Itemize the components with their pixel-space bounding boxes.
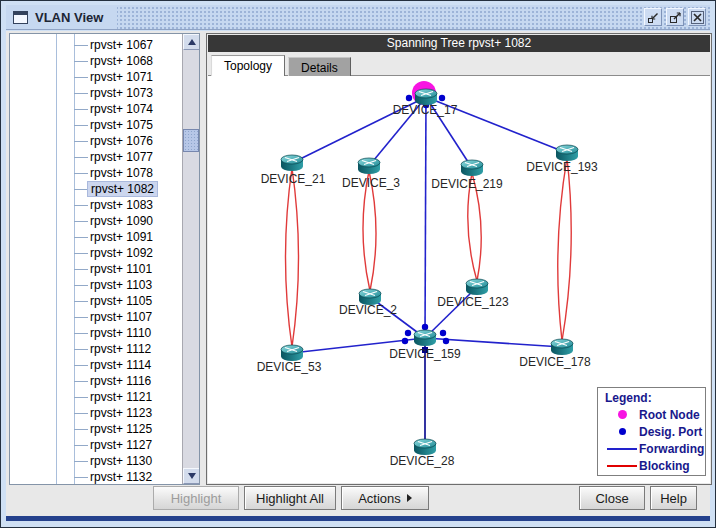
tree-item-rpvst-1127[interactable]: rpvst+ 1127	[10, 437, 182, 453]
scrollbar-thumb[interactable]	[183, 129, 199, 152]
tree-item-rpvst-1068[interactable]: rpvst+ 1068	[10, 53, 182, 69]
tree-item-label: rpvst+ 1078	[87, 165, 156, 181]
tree-item-rpvst-1071[interactable]: rpvst+ 1071	[10, 69, 182, 85]
device-device_3[interactable]: DEVICE_3	[342, 158, 400, 190]
help-button[interactable]: Help	[650, 486, 697, 510]
tree-item-rpvst-1091[interactable]: rpvst+ 1091	[10, 229, 182, 245]
tree-item-rpvst-1075[interactable]: rpvst+ 1075	[10, 117, 182, 133]
device-label: DEVICE_3	[342, 176, 400, 190]
device-label: DEVICE_28	[390, 454, 455, 468]
tree-item-rpvst-1076[interactable]: rpvst+ 1076	[10, 133, 182, 149]
device-device_159[interactable]: DEVICE_159	[389, 330, 461, 361]
tree-item-label: rpvst+ 1127	[87, 437, 155, 453]
tree-item-rpvst-1114[interactable]: rpvst+ 1114	[10, 357, 182, 373]
tree-item-rpvst-1130[interactable]: rpvst+ 1130	[10, 453, 182, 469]
tree-item-rpvst-1092[interactable]: rpvst+ 1092	[10, 245, 182, 261]
tree-item-rpvst-1116[interactable]: rpvst+ 1116	[10, 373, 182, 389]
tree-connector	[74, 349, 88, 350]
highlight-button[interactable]: Highlight	[153, 486, 239, 510]
tab-topology[interactable]: Topology	[211, 55, 285, 76]
tree-connector	[74, 381, 88, 382]
legend-item: Root Node	[605, 406, 705, 423]
tree-scrollbar[interactable]	[182, 34, 199, 484]
device-device_53[interactable]: DEVICE_53	[257, 345, 322, 374]
button-label: Highlight All	[256, 491, 324, 506]
designated-port-dot	[405, 330, 411, 336]
tree-item-rpvst-1090[interactable]: rpvst+ 1090	[10, 213, 182, 229]
spanning-tree-panel: Spanning Tree rpvst+ 1082 TopologyDetail…	[206, 33, 712, 485]
minimize-icon	[647, 11, 660, 24]
legend-title: Legend:	[605, 391, 705, 405]
tree-item-label: rpvst+ 1071	[87, 69, 156, 85]
tree-item-rpvst-1110[interactable]: rpvst+ 1110	[10, 325, 182, 341]
tree-item-rpvst-1121[interactable]: rpvst+ 1121	[10, 389, 182, 405]
maximize-button[interactable]	[666, 8, 684, 26]
tree-connector	[74, 93, 88, 94]
designated-port-dot	[439, 95, 445, 101]
tree-item-rpvst-1082[interactable]: rpvst+ 1082	[10, 181, 182, 197]
tree-item-rpvst-1074[interactable]: rpvst+ 1074	[10, 101, 182, 117]
tree-item-rpvst-1077[interactable]: rpvst+ 1077	[10, 149, 182, 165]
tree-list: rpvst+ 1067rpvst+ 1068rpvst+ 1071rpvst+ …	[10, 37, 182, 484]
tab-details[interactable]: Details	[288, 57, 351, 76]
menu-arrow-icon	[407, 494, 412, 502]
tree-connector	[74, 157, 88, 158]
tree-item-rpvst-1125[interactable]: rpvst+ 1125	[10, 421, 182, 437]
scroll-up-button[interactable]	[183, 34, 199, 50]
tree-item-rpvst-1073[interactable]: rpvst+ 1073	[10, 85, 182, 101]
arrow-down-icon	[188, 473, 196, 479]
minimize-button[interactable]	[644, 8, 662, 26]
device-device_193[interactable]: DEVICE_193	[526, 145, 598, 174]
designated-port-dot	[443, 338, 449, 344]
highlight-all-button[interactable]: Highlight All	[244, 486, 336, 510]
tree-connector	[74, 125, 88, 126]
device-device_178[interactable]: DEVICE_178	[519, 339, 591, 369]
panel-header: Spanning Tree rpvst+ 1082	[208, 35, 710, 52]
device-label: DEVICE_159	[389, 347, 461, 361]
content-area: rpvst+ 1067rpvst+ 1068rpvst+ 1071rpvst+ …	[6, 31, 710, 516]
close-button[interactable]: Close	[579, 486, 645, 510]
tree-item-label: rpvst+ 1105	[87, 293, 155, 309]
tree-connector	[74, 477, 88, 478]
tree-item-rpvst-1112[interactable]: rpvst+ 1112	[10, 341, 182, 357]
designated-port-dot	[422, 324, 428, 330]
tree-item-label: rpvst+ 1068	[87, 53, 156, 69]
device-device_21[interactable]: DEVICE_21	[261, 155, 326, 186]
vlan-tree[interactable]: rpvst+ 1067rpvst+ 1068rpvst+ 1071rpvst+ …	[10, 34, 199, 484]
tree-connector	[74, 429, 88, 430]
device-device_123[interactable]: DEVICE_123	[437, 279, 509, 309]
tree-connector	[74, 237, 88, 238]
tree-item-rpvst-1078[interactable]: rpvst+ 1078	[10, 165, 182, 181]
tree-item-rpvst-1103[interactable]: rpvst+ 1103	[10, 277, 182, 293]
tree-connector	[74, 141, 88, 142]
device-device_2[interactable]: DEVICE_2	[339, 289, 397, 317]
tree-item-label: rpvst+ 1091	[87, 229, 156, 245]
device-device_17[interactable]: DEVICE_17	[393, 89, 458, 117]
tree-item-rpvst-1107[interactable]: rpvst+ 1107	[10, 309, 182, 325]
title-group: VLAN View	[6, 5, 117, 29]
device-device_28[interactable]: DEVICE_28	[390, 439, 455, 468]
forwarding-link[interactable]	[425, 97, 426, 338]
close-button[interactable]	[688, 8, 706, 26]
topology-canvas[interactable]: DEVICE_17DEVICE_21DEVICE_3DEVICE_219DEVI…	[208, 75, 710, 483]
tree-item-label: rpvst+ 1090	[87, 213, 156, 229]
maximize-icon	[669, 11, 682, 24]
tree-item-rpvst-1101[interactable]: rpvst+ 1101	[10, 261, 182, 277]
blocking-link[interactable]	[292, 168, 299, 347]
window-title: VLAN View	[35, 10, 103, 25]
blocking-link[interactable]	[286, 168, 293, 347]
device-label: DEVICE_21	[261, 172, 326, 186]
blocking-line-icon	[607, 465, 637, 467]
device-label: DEVICE_17	[393, 103, 458, 117]
tree-item-rpvst-1105[interactable]: rpvst+ 1105	[10, 293, 182, 309]
tree-item-rpvst-1067[interactable]: rpvst+ 1067	[10, 37, 182, 53]
designated-port-dot	[440, 330, 446, 336]
actions-button[interactable]: Actions	[341, 486, 429, 510]
tree-item-rpvst-1123[interactable]: rpvst+ 1123	[10, 405, 182, 421]
device-label: DEVICE_53	[257, 360, 322, 374]
tree-item-rpvst-1083[interactable]: rpvst+ 1083	[10, 197, 182, 213]
tree-item-label: rpvst+ 1103	[87, 277, 155, 293]
title-bar[interactable]: VLAN View	[6, 5, 710, 30]
tree-item-label: rpvst+ 1075	[87, 117, 156, 133]
device-device_219[interactable]: DEVICE_219	[431, 160, 503, 191]
